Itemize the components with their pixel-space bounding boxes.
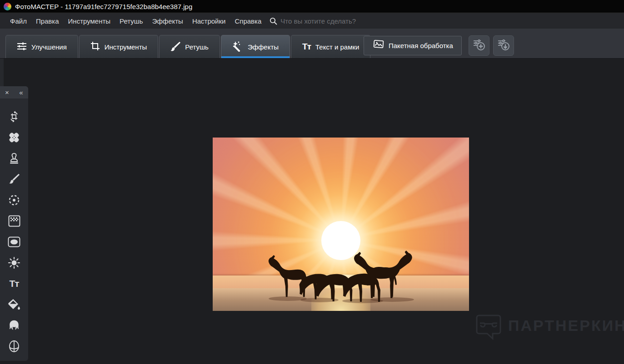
brush-icon — [170, 41, 180, 53]
patch-icon — [8, 131, 20, 144]
stamp-icon — [8, 152, 20, 165]
sliders-plus-icon — [472, 39, 486, 53]
color-wheel-icon — [4, 3, 11, 10]
tab-text-frames[interactable]: Тт Текст и рамки — [291, 35, 370, 58]
tool-clone-stamp[interactable] — [4, 148, 25, 169]
tab-label: Текст и рамки — [315, 43, 359, 51]
tool-graduated-filter[interactable] — [4, 211, 25, 231]
tool-face-sculpt[interactable] — [4, 336, 25, 357]
tool-sun-rays[interactable] — [4, 252, 25, 273]
speech-bubble-glasses-icon — [475, 314, 502, 344]
tab-tools[interactable]: Инструменты — [79, 35, 159, 58]
face-mesh-icon — [8, 340, 20, 353]
tool-healing-patch[interactable] — [4, 127, 25, 148]
tab-strip: Улучшения Инструменты Ретушь — [5, 35, 370, 58]
photos-icon — [372, 40, 384, 51]
tools-panel: × « — [0, 86, 28, 361]
watermark-text: ПАРТНЕРКИН — [508, 317, 624, 334]
tool-background-fill[interactable] — [4, 294, 25, 315]
tool-adjustment-brush[interactable] — [4, 169, 25, 190]
titlebar: ФотоМАСТЕР - 11797a91fec7279715fe32ba8b4… — [0, 0, 624, 13]
sun-icon — [8, 256, 20, 269]
text-tt-icon: Тт — [9, 278, 19, 289]
menu-retouch[interactable]: Ретушь — [115, 15, 148, 28]
tab-label: Ретушь — [185, 43, 209, 51]
tool-text[interactable]: Тт — [4, 273, 25, 294]
search-input[interactable] — [280, 17, 371, 25]
panel-edge-strip — [0, 59, 4, 86]
tab-retouch[interactable]: Ретушь — [159, 35, 220, 58]
batch-processing-button[interactable]: Пакетная обработка — [364, 36, 462, 55]
paint-bucket-icon — [8, 299, 20, 310]
tool-vignette[interactable] — [4, 231, 25, 252]
menu-edit[interactable]: Правка — [31, 15, 64, 28]
search-box[interactable] — [270, 17, 371, 25]
sliders-download-icon — [497, 39, 510, 53]
hair-icon — [8, 320, 20, 331]
vignette-icon — [8, 236, 20, 247]
batch-processing-label: Пакетная обработка — [389, 42, 453, 49]
menu-effects[interactable]: Эффекты — [148, 15, 188, 28]
menu-help[interactable]: Справка — [230, 15, 266, 28]
toolbar: Улучшения Инструменты Ретушь — [0, 29, 624, 59]
crop-rotate-icon — [8, 110, 20, 123]
graduated-filter-icon — [8, 215, 20, 227]
radial-filter-icon — [8, 194, 20, 206]
menu-file[interactable]: Файл — [5, 15, 31, 28]
menu-tools[interactable]: Инструменты — [64, 15, 115, 28]
tools-panel-header: × « — [0, 86, 28, 98]
search-icon — [270, 17, 277, 25]
magic-wand-icon — [232, 41, 243, 53]
brush-icon — [8, 173, 20, 185]
preset-history-button[interactable] — [493, 35, 514, 56]
photomaster-window: ФотоМАСТЕР - 11797a91fec7279715fe32ba8b4… — [0, 0, 624, 364]
text-tt-icon: Тт — [302, 42, 311, 52]
photo-horses-silhouette — [213, 138, 469, 311]
menu-settings[interactable]: Настройки — [188, 15, 230, 28]
menubar: Файл Правка Инструменты Ретушь Эффекты Н… — [0, 14, 624, 29]
tool-crop-rotate[interactable] — [4, 106, 25, 127]
tab-label: Инструменты — [105, 43, 147, 51]
tab-effects[interactable]: Эффекты — [221, 35, 290, 58]
photo-canvas[interactable] — [213, 138, 469, 311]
tool-list: Тт — [0, 98, 28, 357]
add-preset-button[interactable] — [469, 35, 489, 56]
sliders-icon — [17, 42, 27, 52]
close-icon[interactable]: × — [1, 89, 13, 96]
tool-radial-filter[interactable] — [4, 190, 25, 211]
crop-icon — [90, 41, 100, 52]
window-title: ФотоМАСТЕР - 11797a91fec7279715fe32ba8b4… — [15, 3, 192, 10]
tab-enhancements[interactable]: Улучшения — [5, 35, 78, 58]
tab-label: Улучшения — [31, 43, 67, 51]
tool-hair-color[interactable] — [4, 315, 25, 336]
watermark: ПАРТНЕРКИН — [475, 314, 624, 344]
collapse-icon[interactable]: « — [15, 89, 27, 96]
tab-label: Эффекты — [248, 43, 279, 51]
